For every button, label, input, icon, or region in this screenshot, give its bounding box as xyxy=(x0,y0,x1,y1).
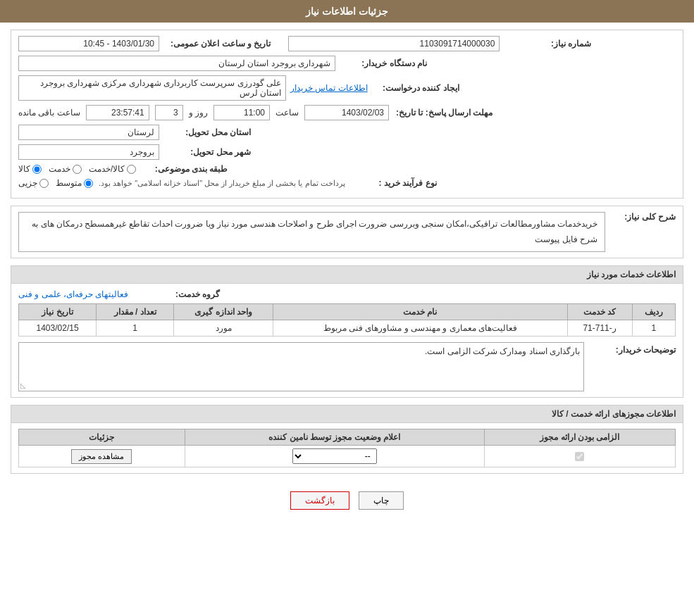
page-title: جزئیات اطلاعات نیاز xyxy=(306,6,388,17)
main-info-section: شماره نیاز: 1103091714000030 تاریخ و ساع… xyxy=(11,30,683,199)
reply-time-label: ساعت xyxy=(275,108,299,118)
cell-name: فعالیت‌های معماری و مهندسی و مشاورهای فن… xyxy=(273,320,568,337)
need-number-value: 1103091714000030 xyxy=(288,36,500,51)
col-row: ردیف xyxy=(632,304,675,320)
page-header: جزئیات اطلاعات نیاز xyxy=(0,0,694,23)
resize-handle: ◺ xyxy=(20,382,26,389)
radio-kala-khedmat[interactable] xyxy=(127,165,136,174)
status-select[interactable]: -- xyxy=(292,448,377,464)
buyer-org-label: نام دستگاه خریدار: xyxy=(342,58,427,68)
services-table-section: ردیف کد خدمت نام خدمت واحد اندازه گیری ت… xyxy=(18,303,676,337)
col-unit: واحد اندازه گیری xyxy=(174,304,273,320)
category-option-khedmat[interactable]: خدمت xyxy=(49,164,82,174)
need-number-label: شماره نیاز: xyxy=(507,39,591,49)
reply-deadline-row: مهلت ارسال پاسخ: تا تاریخ: 1403/02/03 سا… xyxy=(18,105,676,120)
cell-quantity: 1 xyxy=(97,320,174,337)
requester-group: اطلاعات تماس خریدار علی گودرزی سرپرست کا… xyxy=(18,75,368,101)
services-section-header: اطلاعات خدمات مورد نیاز xyxy=(11,266,683,284)
service-group-label: گروه خدمت: xyxy=(135,289,220,299)
page-wrapper: جزئیات اطلاعات نیاز شماره نیاز: 11030917… xyxy=(0,0,694,616)
radio-jozei[interactable] xyxy=(39,179,49,188)
delivery-province-label: استان محل تحویل: xyxy=(166,127,251,137)
service-group-row: گروه خدمت: فعالیتهای حرفه‌ای، علمی و فنی xyxy=(18,289,676,299)
back-button[interactable]: بازگشت xyxy=(290,491,349,510)
license-table-head: الزامی بودن ارائه مجوز اعلام وضعیت مجوز … xyxy=(19,429,676,446)
description-label: شرح کلی نیاز: xyxy=(612,212,676,222)
category-option-kala[interactable]: کالا xyxy=(18,164,42,174)
purchase-type-group: پرداخت تمام یا بخشی از مبلغ خریدار از مح… xyxy=(18,178,345,188)
category-row: طبقه بندی موضوعی: کالا/خدمت خدمت کالا xyxy=(18,164,676,174)
reply-remaining: 23:57:41 xyxy=(86,105,149,120)
radio-khedmat[interactable] xyxy=(73,165,82,174)
license-table-header-row: الزامی بودن ارائه مجوز اعلام وضعیت مجوز … xyxy=(19,429,676,446)
description-row: شرح کلی نیاز: خریدخدمات مشاورمطالعات ترا… xyxy=(11,206,683,258)
buyer-notes-label: توضیحات خریدار: xyxy=(591,342,676,355)
radio-mutawassit[interactable] xyxy=(84,179,93,188)
purchase-type-option-mutawassit[interactable]: متوسط xyxy=(56,178,93,188)
need-number-row: شماره نیاز: 1103091714000030 تاریخ و ساع… xyxy=(18,36,676,51)
radio-label-khedmat: خدمت xyxy=(49,164,70,174)
category-label: طبقه بندی موضوعی: xyxy=(143,164,228,174)
reply-deadline-group: 1403/02/03 ساعت 11:00 روز و 3 23:57:41 س… xyxy=(18,105,389,120)
description-text: خریدخدمات مشاورمطالعات ترافیکی،امکان سنج… xyxy=(18,212,605,252)
purchase-type-radio-group: متوسط جزیی xyxy=(18,178,93,188)
cell-unit: مورد xyxy=(174,320,273,337)
radio-kala[interactable] xyxy=(32,165,42,174)
buyer-notes-text: بارگذاری اسناد ومدارک شرکت الزامی است. ◺ xyxy=(18,342,584,391)
requester-value: علی گودرزی سرپرست کاربرداری شهرداری مرکز… xyxy=(18,75,286,101)
requester-label: ایجاد کننده درخواست: xyxy=(375,83,459,93)
buyer-org-row: نام دستگاه خریدار: شهرداری بروجرد استان … xyxy=(18,56,676,71)
requester-row: ایجاد کننده درخواست: اطلاعات تماس خریدار… xyxy=(18,75,676,101)
col-name: نام خدمت xyxy=(273,304,568,320)
cell-details: مشاهده مجوز xyxy=(19,446,185,467)
announcement-value: 1403/01/30 - 10:45 xyxy=(18,36,159,51)
delivery-province-value: لرستان xyxy=(18,125,159,140)
radio-label-mutawassit: متوسط xyxy=(56,178,82,188)
delivery-city-row: شهر محل تحویل: بروجرد xyxy=(18,144,676,160)
license-section: اطلاعات مجوزهای ارائه خدمت / کالا الزامی… xyxy=(11,405,683,474)
reply-deadline-label: مهلت ارسال پاسخ: تا تاریخ: xyxy=(396,108,492,118)
required-checkbox xyxy=(575,452,584,461)
license-body: الزامی بودن ارائه مجوز اعلام وضعیت مجوز … xyxy=(11,423,683,473)
col-code: کد خدمت xyxy=(567,304,632,320)
reply-remaining-label: ساعت باقی مانده xyxy=(18,108,80,118)
license-table: الزامی بودن ارائه مجوز اعلام وضعیت مجوز … xyxy=(18,429,676,467)
delivery-province-row: استان محل تحویل: لرستان xyxy=(18,125,676,140)
reply-days-label: روز و xyxy=(189,108,208,118)
purchase-type-note: پرداخت تمام یا بخشی از مبلغ خریدار از مح… xyxy=(99,179,345,188)
license-table-body: -- مشاهده مجوز xyxy=(19,446,676,467)
cell-row: 1 xyxy=(632,320,675,337)
col-status: اعلام وضعیت مجوز توسط نامین کننده xyxy=(185,429,484,446)
services-table-head: ردیف کد خدمت نام خدمت واحد اندازه گیری ت… xyxy=(19,304,676,320)
purchase-type-row: نوع فرآیند خرید : پرداخت تمام یا بخشی از… xyxy=(18,178,676,188)
service-group-value[interactable]: فعالیتهای حرفه‌ای، علمی و فنی xyxy=(18,289,128,299)
delivery-city-label: شهر محل تحویل: xyxy=(166,147,251,157)
col-quantity: تعداد / مقدار xyxy=(97,304,174,320)
reply-date: 1403/02/03 xyxy=(304,105,389,120)
purchase-type-option-jozei[interactable]: جزیی xyxy=(18,178,49,188)
announcement-label: تاریخ و ساعت اعلان عمومی: xyxy=(171,39,271,49)
requester-link[interactable]: اطلاعات تماس خریدار xyxy=(290,83,368,93)
print-button[interactable]: چاپ xyxy=(359,491,404,510)
radio-label-jozei: جزیی xyxy=(18,178,37,188)
reply-days: 3 xyxy=(155,105,183,120)
services-section: اطلاعات خدمات مورد نیاز گروه خدمت: فعالی… xyxy=(11,265,683,398)
radio-label-kala: کالا xyxy=(18,164,30,174)
license-section-header: اطلاعات مجوزهای ارائه خدمت / کالا xyxy=(11,406,683,423)
cell-date: 1403/02/15 xyxy=(19,320,97,337)
buyer-notes-content: بارگذاری اسناد ومدارک شرکت الزامی است. xyxy=(425,346,580,356)
radio-label-kala-khedmat: کالا/خدمت xyxy=(89,164,125,174)
services-table-body: 1 ر-711-71 فعالیت‌های معماری و مهندسی و … xyxy=(19,320,676,337)
category-option-kala-khedmat[interactable]: کالا/خدمت xyxy=(89,164,136,174)
delivery-city-value: بروجرد xyxy=(18,144,159,160)
table-row: 1 ر-711-71 فعالیت‌های معماری و مهندسی و … xyxy=(19,320,676,337)
col-details: جزئیات xyxy=(19,429,185,446)
cell-code: ر-711-71 xyxy=(567,320,632,337)
view-license-button[interactable]: مشاهده مجوز xyxy=(71,449,132,464)
table-row: -- مشاهده مجوز xyxy=(19,446,676,467)
buyer-notes-row: توضیحات خریدار: بارگذاری اسناد ومدارک شر… xyxy=(18,342,676,391)
purchase-type-label: نوع فرآیند خرید : xyxy=(352,178,437,188)
col-date: تاریخ نیاز xyxy=(19,304,97,320)
announcement-group: تاریخ و ساعت اعلان عمومی: 1403/01/30 - 1… xyxy=(18,36,274,51)
category-radio-group: کالا/خدمت خدمت کالا xyxy=(18,164,136,174)
